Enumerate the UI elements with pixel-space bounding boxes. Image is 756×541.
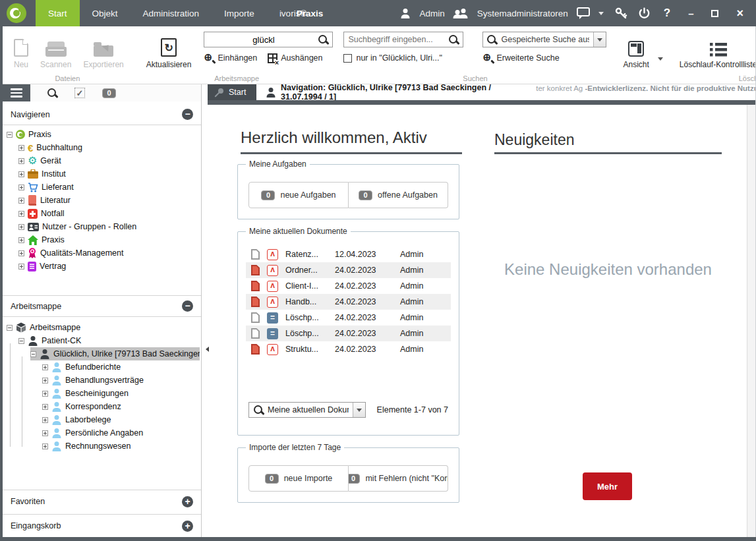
menu-importe[interactable]: Importe [212, 0, 267, 26]
ansicht-button[interactable]: Ansicht [617, 30, 654, 71]
document-row[interactable]: Struktu... 24.02.2023 Admin [246, 341, 451, 357]
news-scrollbar[interactable] [747, 105, 755, 537]
expand-box-icon[interactable] [42, 430, 48, 436]
imports-errors-button[interactable]: 0 mit Fehlern (nicht "Korr [349, 465, 448, 492]
document-row[interactable]: Ordner... 24.02.2023 Admin [246, 262, 451, 278]
collapse-icon[interactable] [182, 109, 193, 120]
current-user[interactable]: Admin [419, 9, 444, 18]
help-button[interactable]: ? [659, 7, 675, 20]
workspace-search-input[interactable] [208, 35, 318, 45]
expand-box-icon[interactable] [18, 145, 24, 151]
aktualisieren-button[interactable]: Aktualisieren [140, 30, 198, 71]
neu-button[interactable]: Neu [8, 30, 34, 71]
search-term-input[interactable] [348, 35, 446, 44]
expand-icon[interactable] [182, 521, 193, 532]
sidebar-check-icon[interactable] [74, 88, 85, 98]
tree-item-arbeitsmappe-root[interactable]: Arbeitsmappe [7, 321, 200, 334]
open-tasks-button[interactable]: 0 offene Aufgaben [349, 182, 448, 208]
dropdown-caret-icon[interactable] [353, 403, 365, 417]
expand-box-icon[interactable] [18, 211, 24, 217]
search-icon[interactable] [318, 35, 328, 45]
section-favoriten[interactable]: Favoriten [3, 490, 201, 513]
collapse-sidebar-arrow-icon[interactable] [203, 347, 209, 352]
section-arbeitsmappe[interactable]: Arbeitsmappe [3, 295, 201, 317]
tree-item-patient-ck[interactable]: Patient-CK [18, 334, 200, 347]
tree-item-nutzer-gruppen-rollen[interactable]: Nutzer - Gruppen - Rollen [18, 220, 200, 233]
tree-item-praxis-root[interactable]: Praxis [7, 128, 200, 141]
key-icon[interactable] [614, 7, 627, 20]
section-navigieren[interactable]: Navigieren [3, 104, 201, 125]
expand-box-icon[interactable] [18, 171, 24, 177]
maximize-button[interactable] [707, 8, 723, 19]
tree-item-lieferant[interactable]: Lieferant [18, 181, 200, 194]
expand-box-icon[interactable] [18, 198, 24, 204]
expand-box-icon[interactable] [42, 391, 48, 397]
document-row[interactable]: Client-I... 24.02.2023 Admin [246, 278, 451, 294]
current-group[interactable]: Systemadministratoren [477, 9, 568, 18]
collapse-box-icon[interactable] [30, 351, 36, 357]
exportieren-button[interactable]: Exportieren [77, 30, 129, 71]
document-row[interactable]: Löschp... 24.02.2023 Admin [246, 326, 451, 341]
scannen-button[interactable]: Scannen [34, 30, 77, 71]
tree-item-bescheinigungen[interactable]: Bescheinigungen [42, 387, 200, 400]
expand-box-icon[interactable] [42, 404, 48, 410]
expand-box-icon[interactable] [42, 443, 48, 449]
search-icon[interactable] [449, 35, 459, 45]
erweiterte-suche-button[interactable]: Erweiterte Suche [482, 53, 606, 63]
tree-item-rechnungswesen[interactable]: Rechnungswesen [42, 440, 200, 453]
tree-item-persoenliche-angaben[interactable]: Persönliche Angaben [42, 426, 200, 440]
mehr-button[interactable]: Mehr [583, 472, 632, 500]
expand-box-icon[interactable] [42, 378, 48, 384]
tree-item-behandlungsvertraege[interactable]: Behandlungsverträge [42, 374, 200, 387]
aushaengen-button[interactable]: Aushängen [268, 53, 322, 63]
tree-item-literatur[interactable]: Literatur [18, 194, 200, 207]
document-row[interactable]: Handb... 24.02.2023 Admin [246, 294, 451, 310]
document-row[interactable]: Löschp... 24.02.2023 Admin [246, 310, 451, 326]
collapse-icon[interactable] [182, 300, 193, 312]
power-icon[interactable] [638, 7, 651, 20]
tree-item-institut[interactable]: Institut [18, 167, 200, 181]
menu-start[interactable]: Start [36, 0, 80, 26]
sidebar-counter-badge[interactable]: 0 [102, 88, 116, 98]
tree-item-buchhaltung[interactable]: Buchhaltung [18, 141, 200, 154]
tree-item-selected-patient[interactable]: Glücklich, Ulrike [79713 Bad Saeckingen … [30, 347, 200, 360]
tab-start[interactable]: Start [208, 84, 256, 100]
expand-box-icon[interactable] [18, 185, 24, 190]
messages-caret-icon[interactable] [598, 12, 604, 18]
expand-box-icon[interactable] [42, 364, 48, 370]
expand-box-icon[interactable] [18, 264, 24, 270]
tree-item-geraet[interactable]: Gerät [18, 154, 200, 167]
einhaengen-button[interactable]: Einhängen [204, 53, 257, 63]
dropdown-caret-icon[interactable] [593, 32, 606, 47]
tree-item-qualitaets-management[interactable]: Qualitäts-Management [18, 246, 200, 260]
collapse-box-icon[interactable] [7, 132, 13, 138]
tree-item-notfall[interactable]: Notfall [18, 207, 200, 220]
new-tasks-button[interactable]: 0 neue Aufgaben [248, 182, 349, 208]
expand-box-icon[interactable] [42, 417, 48, 423]
section-eingangskorb[interactable]: Eingangskorb [3, 514, 201, 537]
minimize-button[interactable]: – [683, 8, 698, 19]
saved-search-dropdown[interactable]: Gespeicherte Suche aus [482, 32, 606, 47]
expand-box-icon[interactable] [18, 237, 24, 243]
hamburger-menu-button[interactable] [3, 84, 30, 101]
documents-filter-dropdown[interactable]: Meine aktuellen Dokum [248, 402, 366, 418]
expand-icon[interactable] [182, 496, 193, 507]
loeschlauf-kontrollliste-button[interactable]: Löschlauf-Kontrollliste [674, 30, 756, 71]
close-button[interactable]: × [732, 7, 748, 20]
expand-box-icon[interactable] [18, 158, 24, 164]
tree-item-laborbelege[interactable]: Laborbelege [42, 413, 200, 426]
sidebar-splitter[interactable] [202, 84, 208, 537]
menu-administration[interactable]: Administration [131, 0, 212, 26]
tree-item-befundberichte[interactable]: Befundberichte [42, 360, 200, 374]
collapse-box-icon[interactable] [7, 325, 13, 331]
new-imports-button[interactable]: 0 neue Importe [248, 465, 349, 492]
tree-item-korrespondenz[interactable]: Korrespondenz [42, 400, 200, 413]
messages-icon[interactable] [577, 7, 590, 16]
sidebar-search-icon[interactable] [47, 88, 57, 98]
document-row[interactable]: Ratenz... 12.04.2023 Admin [246, 246, 451, 262]
expand-box-icon[interactable] [18, 224, 24, 230]
collapse-box-icon[interactable] [18, 338, 24, 344]
nur-in-checkbox[interactable] [343, 54, 352, 63]
ansicht-caret-icon[interactable] [658, 57, 663, 63]
tree-item-praxis[interactable]: Praxis [18, 233, 200, 246]
